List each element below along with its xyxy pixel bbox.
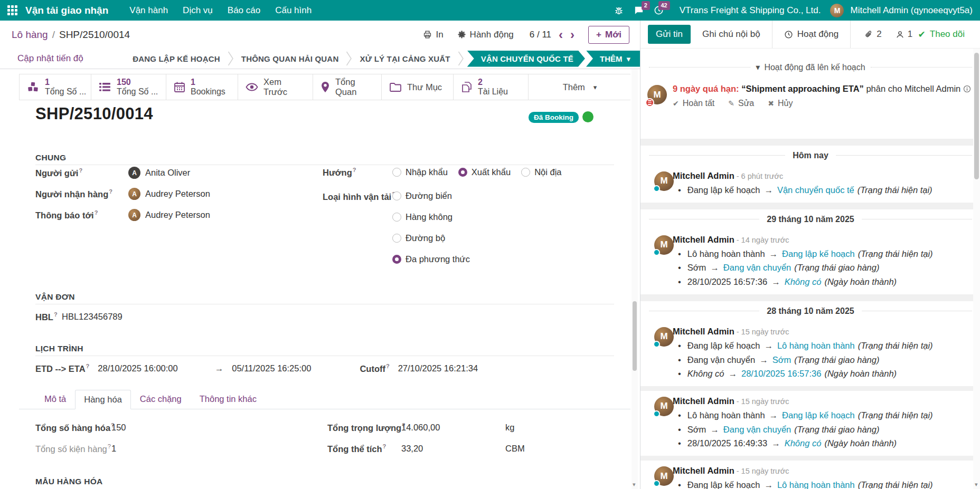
activities-button[interactable]: Hoạt động <box>784 29 838 40</box>
notify-value[interactable]: Audrey Peterson <box>145 210 210 220</box>
sender-value[interactable]: Anita Oliver <box>145 168 190 178</box>
status-green-dot[interactable] <box>582 111 593 122</box>
radio-direction-0[interactable]: Nhập khẩu <box>392 167 448 177</box>
topbar-menu-0[interactable]: Vận hành <box>122 0 175 21</box>
action-menu-button[interactable]: Hành động <box>457 30 514 40</box>
message-author[interactable]: Mitchell Admin <box>673 466 734 475</box>
total-packages-value[interactable]: 1 <box>111 444 116 454</box>
smart-button-label: Tài Liệu <box>478 87 508 97</box>
tab-3[interactable]: Thông tin khác <box>191 389 266 409</box>
app-title[interactable]: Vận tải giao nhận <box>25 5 108 16</box>
tab-0[interactable]: Mô tả <box>35 389 75 409</box>
smart-button-t-i-li-u[interactable]: 2Tài Liệu <box>454 74 529 100</box>
info-icon[interactable] <box>960 84 971 93</box>
smart-button-label: Xem Trước <box>263 77 305 97</box>
topbar-menu-2[interactable]: Báo cáo <box>220 0 268 21</box>
hbl-value[interactable]: HBL123456789 <box>62 312 123 322</box>
topbar-menu-1[interactable]: Dịch vụ <box>175 0 220 21</box>
apps-grid-icon[interactable] <box>7 5 18 16</box>
radio-transport-3[interactable]: Đa phương thức <box>392 254 470 264</box>
date-divider: Hôm nay <box>640 146 980 166</box>
company-switcher[interactable]: VTrans Freight & Shipping Co., Ltd. <box>680 5 821 16</box>
attachments-button[interactable]: 2 <box>864 29 881 40</box>
radio-transport-1[interactable]: Hàng không <box>392 212 470 222</box>
status-step-active[interactable]: VẬN CHUYỂN QUỐC TẾ <box>467 51 585 67</box>
message-author[interactable]: Mitchell Admin <box>673 327 734 336</box>
help-marker: ? <box>54 311 58 318</box>
new-record-button[interactable]: + Mới <box>588 26 629 44</box>
new-value[interactable]: Đang lập kế hoạch <box>782 410 855 420</box>
smart-button-t-ng-quan[interactable]: Tổng Quan <box>313 74 382 100</box>
new-value[interactable]: Vận chuyển quốc tế <box>777 185 854 195</box>
tab-2[interactable]: Các chặng <box>131 389 191 409</box>
radio-transport-0[interactable]: Đường biển <box>392 191 470 201</box>
consignee-value[interactable]: Audrey Peterson <box>145 189 210 199</box>
radio-direction-2[interactable]: Nội địa <box>521 167 561 177</box>
status-step-more[interactable]: THÊM▾ <box>586 51 640 67</box>
follow-button[interactable]: ✔ Theo dõi <box>918 29 965 40</box>
status-step-2[interactable]: XỬ LÝ TẠI CẢNG XUẤT <box>352 54 457 63</box>
old-value: Đang lập kế hoạch <box>687 185 760 195</box>
new-value[interactable]: Đang vận chuyển <box>723 263 791 272</box>
new-value[interactable]: Sớm <box>772 355 791 365</box>
activities-clock-icon[interactable]: 42 <box>650 0 668 21</box>
followers-button[interactable]: 1 <box>896 29 912 40</box>
form-pane: Lô hàng / SHP/2510/0014 In Hành động 6 /… <box>0 21 640 489</box>
new-value[interactable]: Lô hàng hoàn thành <box>777 480 855 489</box>
print-button[interactable]: In <box>423 30 443 40</box>
smart-button-t-ng-s-[interactable]: 150Tổng Số ... <box>91 74 166 100</box>
eta-value[interactable]: 05/11/2025 16:25:00 <box>232 363 311 373</box>
cancel-activity-button[interactable]: ✖Hủy <box>768 99 793 108</box>
radio-transport-2[interactable]: Đường bộ <box>392 233 470 243</box>
debug-bug-icon[interactable] <box>610 0 628 21</box>
smart-button-bookings[interactable]: 1Bookings <box>166 74 238 100</box>
edit-activity-button[interactable]: ✎Sửa <box>728 99 754 108</box>
mark-done-button[interactable]: ✔Hoàn tất <box>673 99 714 108</box>
update-progress-link[interactable]: Cập nhật tiến độ <box>17 53 83 64</box>
smart-button-xem-tr-c[interactable]: Xem Trước <box>238 74 313 100</box>
message-header: Mitchell Admin - 15 ngày trước <box>673 466 972 476</box>
smart-button-th-m-c[interactable]: Thư Mục <box>382 74 454 100</box>
topbar-menu-3[interactable]: Cấu hình <box>268 0 319 21</box>
scrollbar-down-icon[interactable]: ▾ <box>633 481 636 488</box>
new-value[interactable]: Lô hàng hoàn thành <box>777 341 855 350</box>
radio-direction-1[interactable]: Xuất khẩu <box>458 167 511 177</box>
bullet-icon: • <box>678 438 681 448</box>
user-menu[interactable]: Mitchell Admin (qynoeeqvyt5a) <box>850 5 973 16</box>
status-step-1[interactable]: THÔNG QUAN HẢI QUAN <box>234 54 346 63</box>
breadcrumb-parent[interactable]: Lô hàng <box>12 29 48 41</box>
tab-1[interactable]: Hàng hóa <box>75 390 131 409</box>
pager-next-icon[interactable]: › <box>570 28 574 41</box>
total-weight-value[interactable]: 14.060,00 <box>401 423 440 433</box>
message-author[interactable]: Mitchell Admin <box>673 396 734 406</box>
message-author[interactable]: Mitchell Admin <box>673 235 734 244</box>
etd-value[interactable]: 28/10/2025 16:00:00 <box>98 363 177 373</box>
status-step-0[interactable]: ĐANG LẬP KẾ HOẠCH <box>125 54 228 63</box>
planned-activities-toggle[interactable]: ▾Hoạt động đã lên kế hoạch <box>756 62 865 72</box>
smart-button-th-m[interactable]: Thêm▾ <box>529 74 630 100</box>
chatter-scrollbar[interactable]: ▾ <box>973 49 980 489</box>
log-note-button[interactable]: Ghi chú nội bộ <box>702 29 760 40</box>
pager-previous-icon[interactable]: ‹ <box>559 28 563 41</box>
check-icon: ✔ <box>918 29 926 40</box>
scrollbar-down-icon[interactable]: ▾ <box>975 481 978 488</box>
cutoff-value[interactable]: 27/10/2025 16:21:34 <box>398 363 478 373</box>
new-value[interactable]: Đang lập kế hoạch <box>782 249 855 258</box>
smart-button-label: Tổng Số ... <box>117 87 158 97</box>
old-value: Không có <box>687 369 724 378</box>
new-value[interactable]: Không có <box>785 277 822 286</box>
form-scrollbar[interactable]: ▾ <box>632 69 638 489</box>
total-qty-value[interactable]: 150 <box>111 423 126 433</box>
new-value[interactable]: Đang vận chuyển <box>723 425 791 434</box>
new-value[interactable]: 28/10/2025 16:57:36 <box>741 369 821 378</box>
total-volume-value[interactable]: 33,20 <box>401 444 423 454</box>
tracking-change: •Đang lập kế hoạch→Vận chuyển quốc tế(Tr… <box>673 183 972 197</box>
messages-icon[interactable]: 2 <box>630 0 648 21</box>
user-avatar[interactable]: M <box>830 4 844 17</box>
message-author[interactable]: Mitchell Admin <box>673 171 734 180</box>
presence-dot-icon <box>653 249 660 256</box>
send-message-button[interactable]: Gửi tin <box>648 25 691 44</box>
smart-button-t-ng-s-[interactable]: 1Tổng Số ... <box>20 74 91 100</box>
new-value[interactable]: Không có <box>785 438 822 448</box>
field-total-volume: Tổng thể tích? 33,20 CBM <box>327 443 623 454</box>
